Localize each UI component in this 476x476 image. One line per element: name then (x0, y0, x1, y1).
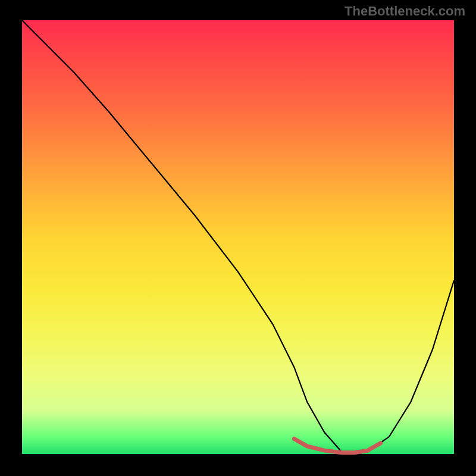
bottleneck-curve-path (22, 20, 454, 454)
chart-plot-area (22, 20, 454, 454)
watermark-text: TheBottleneck.com (345, 4, 465, 19)
low-band-path (294, 439, 380, 452)
chart-svg (22, 20, 454, 454)
